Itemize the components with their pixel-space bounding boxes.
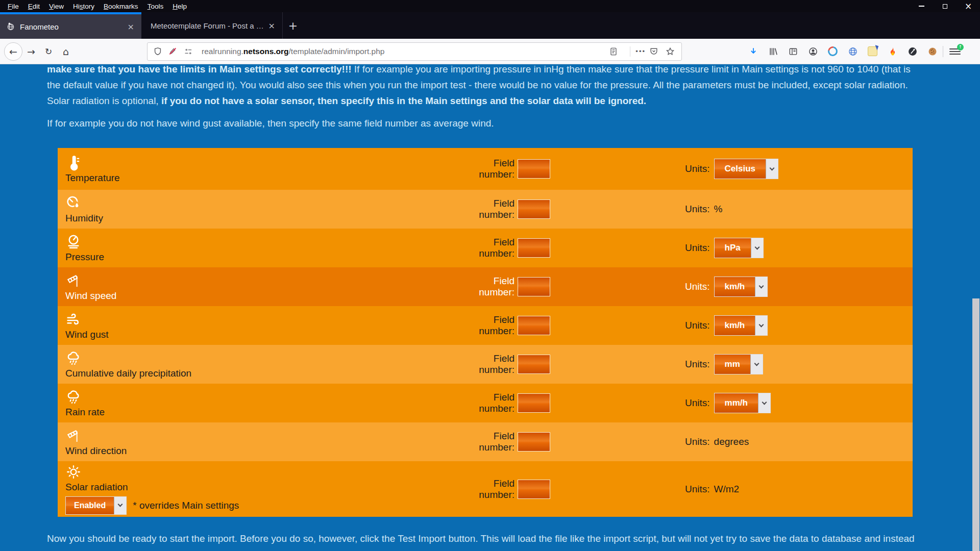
account-icon[interactable]	[808, 46, 818, 57]
units-select[interactable]: mm/h	[714, 393, 771, 413]
field-number-input[interactable]	[518, 238, 550, 258]
parameter-label: Wind speed	[65, 290, 456, 302]
field-number-input[interactable]	[518, 277, 550, 296]
sidebar-icon[interactable]	[788, 46, 798, 57]
units-value: W/m2	[714, 484, 740, 495]
adblock-ring-icon[interactable]	[828, 46, 838, 57]
menu-history[interactable]: History	[68, 2, 99, 11]
table-row-wind-speed[interactable]: Wind speedField number:Units:km/h	[58, 267, 913, 306]
units-cell: Units:mm	[685, 354, 763, 374]
intro-paragraph: make sure that you have the limits in Ma…	[47, 64, 915, 109]
outro-paragraph: Now you should be ready to start the imp…	[47, 531, 915, 551]
units-cell: Units:W/m2	[685, 484, 739, 495]
units-select[interactable]: km/h	[714, 277, 768, 297]
parameter-cell: Wind direction	[58, 428, 456, 457]
windsock-icon	[65, 428, 82, 444]
solar-enabled-select[interactable]: Enabled	[65, 496, 127, 515]
units-select[interactable]: Celsius	[714, 159, 778, 179]
field-number-input[interactable]	[518, 199, 550, 219]
minimize-button[interactable]	[910, 0, 933, 12]
field-number-input[interactable]	[518, 159, 550, 179]
shield-icon[interactable]	[153, 46, 163, 57]
field-number-cell: Field number:	[456, 314, 550, 337]
humidity-gauge-icon	[65, 195, 82, 211]
tab-close-icon[interactable]: ×	[265, 20, 278, 31]
flame-extension-icon[interactable]	[888, 46, 898, 57]
field-number-input[interactable]	[518, 480, 550, 499]
intro-paragraph-2: If for example you do not have wind gust…	[47, 115, 915, 131]
home-button[interactable]: ⌂	[57, 42, 75, 61]
table-row-temperature: TemperatureField number:Units:Celsius	[58, 148, 913, 190]
override-note: * overrides Main settings	[133, 500, 239, 511]
parameter-cell: Cumulative daily precipitation	[58, 350, 456, 379]
scrollbar-thumb[interactable]	[972, 298, 979, 551]
menu-bookmarks[interactable]: Bookmarks	[99, 2, 143, 11]
hamburger-menu-icon[interactable]: ↑	[949, 46, 961, 57]
field-number-input[interactable]	[518, 432, 550, 452]
globe-extension-icon[interactable]	[848, 46, 858, 57]
tab-meteotemplate-forum[interactable]: Meteotemplate Forum - Post a repl ×	[141, 12, 283, 39]
page-actions-icon[interactable]: •••	[635, 47, 646, 55]
parameter-label: Temperature	[65, 172, 456, 184]
notes-extension-icon[interactable]	[868, 46, 878, 57]
chevron-down-icon	[755, 316, 767, 335]
update-badge-icon: ↑	[957, 44, 964, 51]
forward-button[interactable]: →	[22, 42, 40, 61]
field-number-input[interactable]	[518, 355, 550, 374]
menu-help[interactable]: Help	[168, 2, 191, 11]
pocket-icon[interactable]	[649, 46, 659, 57]
new-tab-button[interactable]: +	[283, 12, 303, 39]
permissions-icon[interactable]	[183, 46, 193, 57]
cookie-extension-icon[interactable]	[927, 46, 938, 57]
reader-mode-icon[interactable]	[608, 46, 619, 57]
navigation-toolbar: ← → ↻ ⌂ realrunning.netsons.org/template…	[0, 39, 980, 64]
tab-close-icon[interactable]: ×	[125, 21, 137, 32]
tab-bar: Fanometeo × Meteotemplate Forum - Post a…	[0, 12, 980, 39]
menu-view[interactable]: View	[44, 2, 68, 11]
units-cell: Units:%	[685, 204, 722, 215]
library-icon[interactable]	[768, 46, 778, 57]
field-number-cell: Field number:	[456, 237, 550, 259]
field-number-input[interactable]	[518, 316, 550, 335]
field-number-label: Field number:	[456, 353, 514, 375]
speed-extension-icon[interactable]	[908, 46, 918, 57]
solar-override-controls: Enabled* overrides Main settings	[65, 496, 456, 515]
units-cell: Units:hPa	[685, 238, 764, 258]
back-button[interactable]: ←	[4, 42, 22, 61]
minimize-icon	[919, 6, 924, 7]
blocked-permission-icon[interactable]	[168, 46, 178, 57]
bookmark-star-icon[interactable]	[665, 46, 675, 57]
tab-fanometeo[interactable]: Fanometeo ×	[0, 12, 141, 39]
units-select[interactable]: mm	[714, 354, 763, 374]
url-bar[interactable]: realrunning.netsons.org/template/admin/i…	[147, 42, 682, 61]
raincloud-icon	[65, 350, 82, 366]
table-row-cumulative-daily-precipitation: Cumulative daily precipitationField numb…	[58, 345, 913, 384]
field-number-cell: Field number:	[456, 198, 550, 220]
table-row-humidity: HumidityField number:Units:%	[58, 190, 913, 229]
close-button[interactable]: ×	[957, 0, 980, 12]
units-label: Units:	[685, 242, 710, 254]
field-number-label: Field number:	[456, 314, 514, 337]
units-label: Units:	[685, 397, 710, 409]
menu-tools[interactable]: Tools	[143, 2, 168, 11]
units-select[interactable]: hPa	[714, 238, 764, 258]
download-icon[interactable]	[748, 46, 758, 57]
tab-title: Fanometeo	[20, 22, 125, 31]
table-row-wind-gust: Wind gustField number:Units:km/h	[58, 306, 913, 345]
reload-button[interactable]: ↻	[40, 42, 57, 61]
field-number-label: Field number:	[456, 158, 514, 180]
menu-file[interactable]: File	[3, 2, 23, 11]
units-cell: Units:mm/h	[685, 393, 771, 413]
units-value: %	[714, 204, 723, 215]
toolbar-separator	[943, 46, 943, 57]
chevron-down-icon	[750, 355, 763, 374]
field-number-input[interactable]	[518, 393, 550, 413]
field-number-label: Field number:	[456, 431, 514, 453]
restore-button[interactable]	[933, 0, 957, 12]
thermometer-icon	[65, 155, 82, 171]
units-label: Units:	[685, 163, 710, 174]
menu-edit[interactable]: Edit	[23, 2, 44, 11]
chevron-down-icon	[766, 159, 778, 179]
table-row-pressure: PressureField number:Units:hPa	[58, 229, 913, 267]
units-select[interactable]: km/h	[714, 315, 768, 336]
